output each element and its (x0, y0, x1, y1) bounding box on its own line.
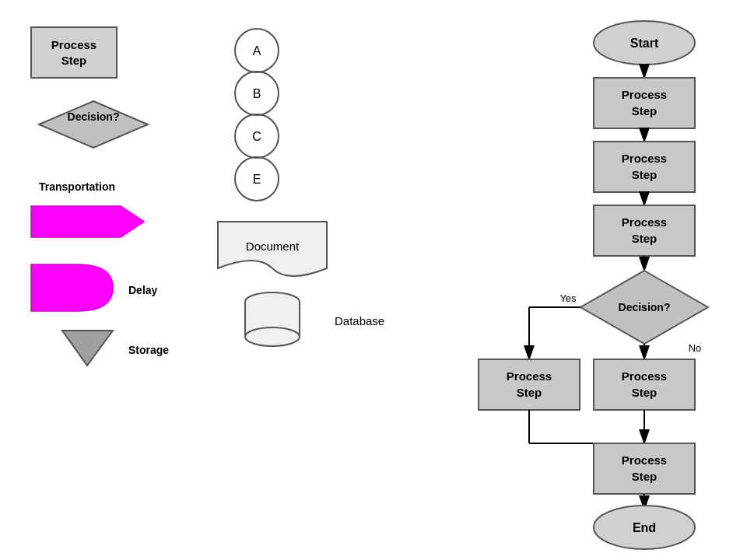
legend-decision-shape (39, 101, 148, 148)
legend-storage-shape (62, 331, 113, 366)
legend-process-step-label: Process (51, 38, 96, 51)
document-label: Document (246, 240, 300, 253)
connector-b-label: B (253, 87, 261, 100)
connector-c-label: C (252, 130, 261, 143)
flowchart-process1-label2: Step (632, 104, 658, 117)
flowchart-process-right-label1: Process (622, 369, 667, 383)
database-bottom (245, 327, 300, 346)
flowchart-process2-label1: Process (622, 152, 667, 165)
flowchart-process1-shape (594, 78, 695, 128)
legend-storage-label: Storage (128, 344, 169, 356)
flowchart-process-left-label1: Process (507, 369, 552, 383)
flowchart-process-bottom-shape (594, 443, 695, 494)
flowchart-end-label: End (633, 521, 656, 534)
flowchart-start-label: Start (630, 37, 659, 50)
flowchart-process3-label2: Step (632, 232, 658, 245)
flowchart-decision-label: Decision? (619, 301, 671, 313)
flowchart-yes-label: Yes (559, 292, 577, 304)
canvas: Process Step Decision? Transportation De… (0, 0, 747, 560)
legend-decision-label: Decision? (68, 110, 120, 123)
flowchart-process1-label1: Process (622, 88, 667, 101)
legend-process-step-shape (31, 27, 117, 78)
legend-transportation-label: Transportation (39, 180, 115, 193)
flowchart-process-left-label2: Step (517, 386, 542, 399)
legend-delay-label: Delay (128, 284, 158, 296)
legend-delay-shape (31, 264, 113, 311)
flowchart-process-right-label2: Step (632, 386, 658, 399)
flowchart-no-label: No (689, 342, 702, 354)
legend-process-step-label2: Step (61, 54, 87, 67)
connector-a-label: A (253, 44, 261, 58)
database-label: Database (335, 314, 384, 327)
flowchart-process-left-shape (479, 359, 580, 410)
connector-e-label: E (253, 173, 261, 186)
flowchart-process-right-shape (594, 359, 695, 410)
flowchart-process-bottom-label1: Process (622, 453, 667, 467)
flowchart-process3-label1: Process (622, 215, 667, 229)
flowchart-process3-shape (594, 205, 695, 256)
flowchart-process-bottom-label2: Step (632, 470, 658, 483)
flowchart-process2-shape (594, 142, 695, 192)
flowchart-process2-label2: Step (632, 168, 658, 181)
legend-transportation-shape (31, 206, 144, 237)
